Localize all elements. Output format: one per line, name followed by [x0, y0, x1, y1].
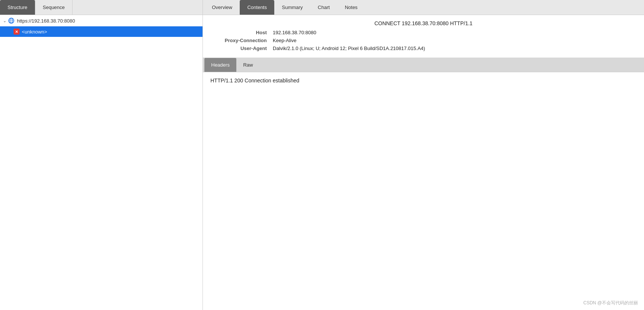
- header-value-user-agent: Dalvik/2.1.0 (Linux; U; Android 12; Pixe…: [271, 44, 636, 52]
- tab-overview-label: Overview: [212, 5, 232, 10]
- tab-overview[interactable]: Overview: [204, 0, 240, 15]
- tab-raw-label: Raw: [243, 62, 253, 68]
- tab-sequence-label: Sequence: [43, 5, 65, 10]
- tab-sequence[interactable]: Sequence: [35, 0, 73, 15]
- response-tab-bar: Headers Raw: [203, 58, 644, 72]
- watermark: CSDN @不会写代码的丝丽: [583, 300, 638, 306]
- header-value-host: 192.168.38.70:8080: [271, 29, 636, 36]
- left-tab-bar: Structure Sequence: [0, 0, 203, 15]
- tab-contents[interactable]: Contents: [240, 0, 274, 15]
- tab-contents-label: Contents: [247, 5, 267, 10]
- tab-raw[interactable]: Raw: [236, 58, 260, 72]
- header-row-proxy-connection: Proxy-Connection Keep-Alive: [210, 36, 636, 44]
- header-value-proxy-connection: Keep-Alive: [271, 36, 636, 44]
- tab-chart[interactable]: Chart: [310, 0, 337, 15]
- left-panel: Structure Sequence ⌄ https: [0, 0, 203, 310]
- response-section: Headers Raw HTTP/1.1 200 Connection esta…: [203, 58, 644, 310]
- header-row-user-agent: User-Agent Dalvik/2.1.0 (Linux; U; Andro…: [210, 44, 636, 52]
- header-name-proxy-connection: Proxy-Connection: [210, 36, 271, 44]
- chevron-down-icon: ⌄: [3, 18, 6, 23]
- tab-structure[interactable]: Structure: [0, 0, 35, 15]
- error-icon: ✕: [14, 29, 20, 35]
- tab-summary-label: Summary: [282, 5, 303, 10]
- tree-item-unknown[interactable]: ✕ <unknown>: [0, 26, 203, 37]
- tree-item-host[interactable]: ⌄ https://192.168.38.70:8080: [0, 15, 203, 26]
- main-container: Structure Sequence ⌄ https: [0, 0, 644, 310]
- tab-chart-label: Chart: [318, 5, 330, 10]
- tree-item-host-label: https://192.168.38.70:8080: [17, 18, 75, 24]
- header-name-host: Host: [210, 29, 271, 36]
- tab-notes-label: Notes: [345, 5, 358, 10]
- tab-notes[interactable]: Notes: [337, 0, 365, 15]
- request-section: CONNECT 192.168.38.70:8080 HTTP/1.1 Host…: [203, 15, 644, 58]
- tab-headers-label: Headers: [211, 62, 230, 68]
- right-panel: Overview Contents Summary Chart Notes CO…: [203, 0, 644, 310]
- header-name-user-agent: User-Agent: [210, 44, 271, 52]
- connect-line: CONNECT 192.168.38.70:8080 HTTP/1.1: [210, 20, 636, 26]
- tab-headers[interactable]: Headers: [204, 58, 236, 72]
- request-headers-table: Host 192.168.38.70:8080 Proxy-Connection…: [210, 29, 636, 52]
- tree-item-unknown-label: <unknown>: [22, 29, 47, 35]
- right-tab-bar: Overview Contents Summary Chart Notes: [203, 0, 644, 15]
- header-row-host: Host 192.168.38.70:8080: [210, 29, 636, 36]
- response-content: HTTP/1.1 200 Connection established: [203, 72, 644, 310]
- response-status-line: HTTP/1.1 200 Connection established: [210, 78, 299, 84]
- tab-summary[interactable]: Summary: [274, 0, 310, 15]
- left-tree: ⌄ https://192.168.38.70:8080 ✕ <unknown>: [0, 15, 203, 310]
- globe-icon: [8, 17, 15, 24]
- tab-structure-label: Structure: [8, 5, 27, 10]
